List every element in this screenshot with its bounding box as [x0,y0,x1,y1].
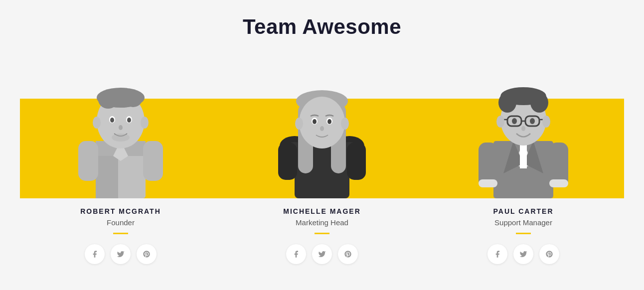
svg-point-15 [112,134,130,142]
member-divider-robert [113,233,128,234]
member-photo-michelle [252,59,392,198]
svg-point-17 [141,117,149,129]
member-role-michelle: Marketing Head [296,218,348,227]
svg-point-48 [530,93,548,113]
person-illustration-michelle [267,64,377,198]
member-info-michelle: MICHELLE MAGER Marketing Head [283,207,361,264]
person-illustration-robert [66,64,175,198]
team-container: ROBERT MCGRATH Founder [0,59,644,264]
team-member-paul: PAUL CARTER Support Manager [449,59,598,264]
svg-rect-24 [347,143,366,180]
social-icons-michelle [286,244,358,264]
member-name-michelle: MICHELLE MAGER [283,207,361,215]
member-name-robert: ROBERT MCGRATH [80,207,161,215]
svg-point-28 [299,97,345,148]
svg-point-58 [542,116,550,128]
svg-point-31 [313,119,317,124]
facebook-icon-paul[interactable] [487,244,507,264]
member-photo-robert [51,59,190,198]
member-divider-paul [516,233,531,234]
svg-point-14 [119,125,123,130]
member-photo-paul [454,59,593,198]
team-member-robert: ROBERT MCGRATH Founder [46,59,195,264]
pinterest-icon-robert[interactable] [137,244,157,264]
member-name-paul: PAUL CARTER [493,207,553,215]
svg-point-56 [521,126,525,131]
svg-point-55 [530,118,535,124]
svg-point-34 [295,118,303,130]
member-role-robert: Founder [107,218,135,227]
twitter-icon-michelle[interactable] [312,244,332,264]
svg-point-57 [496,116,504,128]
twitter-icon-paul[interactable] [513,244,533,264]
svg-rect-40 [520,144,527,168]
pinterest-icon-paul[interactable] [539,244,559,264]
svg-point-32 [327,119,331,124]
svg-rect-5 [143,141,163,181]
pinterest-icon-michelle[interactable] [338,244,358,264]
svg-point-35 [341,118,349,130]
person-illustration-paul [469,64,578,198]
twitter-icon-robert[interactable] [111,244,131,264]
svg-point-47 [498,93,516,113]
svg-rect-44 [549,179,568,187]
svg-point-54 [512,118,517,124]
facebook-icon-robert[interactable] [85,244,105,264]
social-icons-paul [487,244,559,264]
member-info-paul: PAUL CARTER Support Manager [487,207,559,264]
team-member-michelle: MICHELLE MAGER Marketing Head [247,59,397,264]
svg-rect-43 [479,179,497,187]
member-role-paul: Support Manager [494,218,552,227]
social-icons-robert [85,244,157,264]
svg-point-9 [124,92,142,107]
svg-rect-4 [78,141,98,181]
svg-point-33 [320,126,324,131]
svg-rect-23 [278,143,297,180]
team-members: ROBERT MCGRATH Founder [0,59,644,264]
svg-point-8 [98,91,118,109]
svg-point-16 [93,117,101,129]
member-info-robert: ROBERT MCGRATH Founder [80,207,161,264]
svg-point-12 [110,118,114,123]
svg-point-13 [127,118,131,123]
page-title: Team Awesome [243,15,401,39]
member-divider-michelle [315,233,329,234]
facebook-icon-michelle[interactable] [286,244,306,264]
